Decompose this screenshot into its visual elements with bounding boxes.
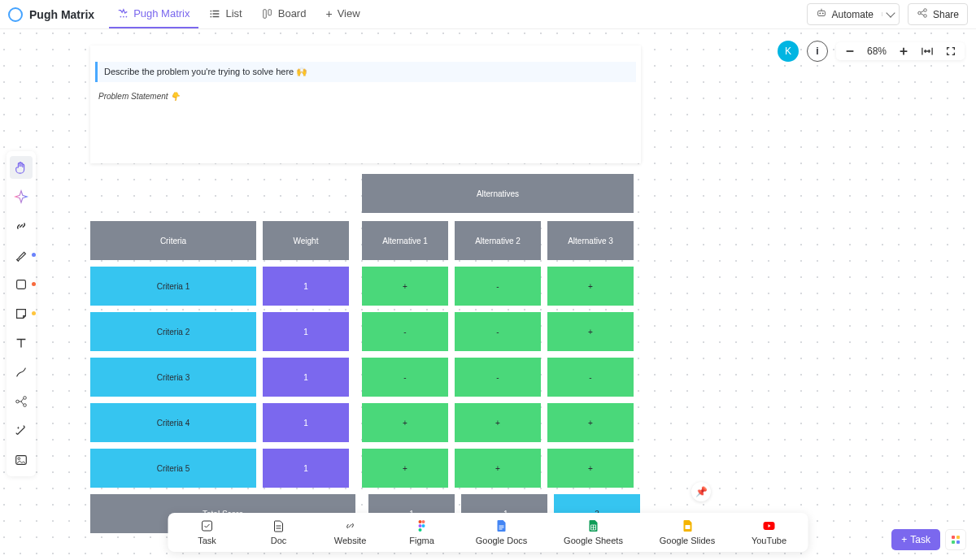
share-label: Share [933,9,959,20]
info-button[interactable]: i [807,41,828,62]
cell-alt1[interactable]: - [362,312,448,351]
gdocs-icon [495,519,508,532]
cell-criteria[interactable]: Criteria 5 [90,449,256,488]
cell-alt1[interactable]: - [362,358,448,397]
header-criteria[interactable]: Criteria [90,221,256,260]
cell-criteria[interactable]: Criteria 3 [90,358,256,397]
dock-label: Task [198,536,216,545]
dock-item-gsheets[interactable]: Google Sheets [557,519,630,545]
header-alt2[interactable]: Alternative 2 [455,221,541,260]
cell-alt2[interactable]: - [455,267,541,306]
zoom-out-button[interactable] [844,46,856,57]
matrix-row-headers: Criteria Weight Alternative 1 Alternativ… [90,221,640,260]
automate-label: Automate [832,9,874,20]
cell-alt2[interactable]: + [455,449,541,488]
add-view-label: View [338,7,360,20]
pin-dock-button[interactable]: 📌 [691,482,711,501]
info-icon: i [816,46,818,57]
cell-alt3[interactable]: + [547,449,634,488]
cell-alt3[interactable]: + [547,403,634,442]
svg-rect-14 [17,280,26,289]
svg-point-25 [419,528,422,532]
automate-button[interactable]: Automate [807,3,900,25]
topbar: Pugh Matrix Pugh Matrix List Board + Vie… [0,0,976,29]
header-weight[interactable]: Weight [263,221,349,260]
svg-point-2 [126,15,128,17]
topbar-right: Automate Share [807,3,968,25]
cell-alt1[interactable]: + [362,267,448,306]
dock-label: Doc [271,536,287,545]
tool-link[interactable] [10,215,33,237]
svg-point-12 [924,9,927,12]
matrix-row: Criteria 1 1 + - + [90,267,640,306]
tool-shape[interactable] [10,273,33,296]
cell-weight[interactable]: 1 [263,312,349,351]
dock-item-gdocs[interactable]: Google Docs [469,519,534,545]
header-alt3[interactable]: Alternative 3 [547,221,634,260]
link-icon [344,519,357,532]
alternatives-header[interactable]: Alternatives [362,174,634,213]
dock-item-doc[interactable]: Doc [255,519,303,545]
new-task-button[interactable]: + Task [891,529,940,550]
doc-callout[interactable]: Describe the problem you're trying to so… [95,62,636,82]
svg-rect-6 [263,9,266,18]
tool-ai[interactable] [10,185,33,208]
dock-item-gslides[interactable]: Google Slides [653,519,722,545]
cell-weight[interactable]: 1 [263,449,349,488]
pin-icon: 📌 [695,486,708,497]
cell-weight[interactable]: 1 [263,358,349,397]
pugh-matrix: Alternatives Criteria Weight Alternative… [90,174,640,540]
cell-alt3[interactable]: + [547,267,634,306]
cell-criteria[interactable]: Criteria 2 [90,312,256,351]
cell-alt1[interactable]: + [362,403,448,442]
fullscreen-button[interactable] [945,46,956,57]
tool-magic[interactable] [10,419,33,442]
cell-alt2[interactable]: - [455,312,541,351]
zoom-controls: 68% [836,42,965,60]
matrix-row: Criteria 5 1 + + + [90,449,640,488]
share-button[interactable]: Share [908,3,968,25]
cell-weight[interactable]: 1 [263,267,349,306]
svg-point-19 [18,458,20,460]
cell-alt3[interactable]: + [547,312,634,351]
tool-sticky[interactable] [10,302,33,325]
tool-mindmap[interactable] [10,390,33,413]
tool-text[interactable] [10,332,33,354]
avatar[interactable]: K [778,41,799,62]
tab-label: List [226,7,242,20]
tool-brush[interactable] [10,244,33,267]
problem-statement-doc[interactable]: Describe the problem you're trying to so… [90,46,641,163]
figma-icon [416,519,429,532]
cell-alt3[interactable]: - [547,358,634,397]
dock-item-website[interactable]: Website [326,519,375,545]
plus-icon: + [325,7,332,20]
svg-point-11 [918,11,922,15]
tool-connector[interactable] [10,361,33,384]
svg-point-10 [821,13,823,15]
tool-image[interactable] [10,449,33,471]
tab-add-view[interactable]: + View [317,0,368,28]
cell-weight[interactable]: 1 [263,403,349,442]
app-icon [8,7,23,22]
apps-button[interactable] [945,529,966,550]
dock-item-youtube[interactable]: YouTube [745,519,794,545]
zoom-in-button[interactable] [898,46,909,57]
svg-rect-20 [203,521,212,531]
whiteboard-canvas[interactable]: K i 68% Describe the problem you're tryi… [0,29,976,560]
dock-item-task[interactable]: Task [183,519,232,545]
header-alt1[interactable]: Alternative 1 [362,221,448,260]
tab-list[interactable]: List [202,0,251,28]
svg-point-4 [210,13,211,15]
automate-dropdown[interactable] [882,12,899,16]
tool-hand[interactable] [10,156,33,179]
fit-width-button[interactable] [921,46,934,57]
cell-alt2[interactable]: - [455,358,541,397]
cell-criteria[interactable]: Criteria 4 [90,403,256,442]
cell-alt1[interactable]: + [362,449,448,488]
tab-whiteboard[interactable]: Pugh Matrix [109,0,198,28]
workspace-title: Pugh Matrix [29,8,94,21]
tab-board[interactable]: Board [254,0,315,28]
cell-alt2[interactable]: + [455,403,541,442]
cell-criteria[interactable]: Criteria 1 [90,267,256,306]
dock-item-figma[interactable]: Figma [398,519,447,545]
